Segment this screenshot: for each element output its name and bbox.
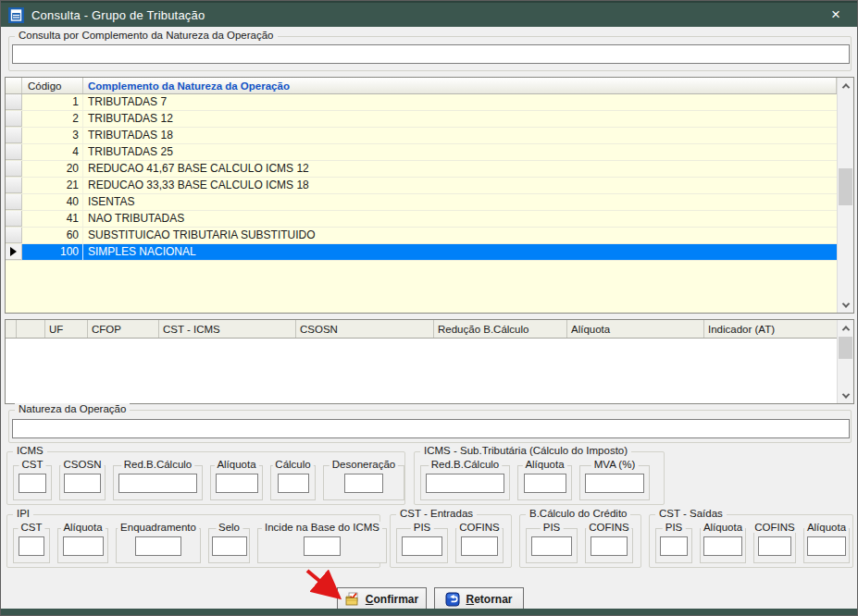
cst-saidas-groupbox: CST - Saídas PIS Alíquota COFINS Alíquot… [649,514,853,568]
icms-st-mva-field: MVA (%) [579,465,650,500]
table-row[interactable]: 4TRIBUTADAS 25 [6,144,837,161]
field-label: Enquadramento [118,522,199,533]
table-row[interactable]: 2TRIBUTADAS 12 [6,111,837,128]
bcalc-credito-cofins-input[interactable] [591,536,628,556]
cst-entradas-pis-input[interactable] [402,536,442,556]
icms-st-groupbox: ICMS - Sub.Tributária (Cálculo do Impost… [414,451,665,505]
complemento-cell: TRIBUTADAS 18 [83,128,837,143]
icms-aliquota-input[interactable] [216,474,258,493]
search-input[interactable] [12,44,850,64]
field-label: PIS [411,522,434,533]
cst-saidas-pis-input[interactable] [660,536,688,556]
dialog-window: Consulta - Grupo de Tributação × Consult… [0,0,858,616]
ipi-enquadramento-input[interactable] [135,536,181,556]
retornar-button[interactable]: Retornar [434,587,524,610]
grid2-header-indicador[interactable]: Indicador (AT) [704,320,837,338]
table-row[interactable]: 100SIMPLES NACIONAL [6,244,837,261]
icms-st-redbcalculo-input[interactable] [426,474,504,493]
ipi-aliquota-input[interactable] [63,536,104,556]
grid2-header-cst-icms[interactable]: CST - ICMS [159,320,296,338]
complemento-cell: ISENTAS [83,194,837,210]
bcalc-credito-pis-field: PIS [526,528,578,563]
grid2-header-reducao[interactable]: Redução B.Cálculo [434,320,567,338]
row-gutter [6,194,22,210]
grid1-scrollbar[interactable] [837,78,853,313]
codigo-cell: 2 [22,111,83,127]
field-label: CSOSN [61,459,105,470]
grid2-empty-body [6,339,837,403]
complemento-cell: TRIBUTADAS 25 [83,144,837,160]
row-gutter [6,228,22,243]
complemento-cell: REDUCAO 33,33 BASE CALCULO ICMS 18 [83,178,837,193]
field-label: Alíquota [214,459,258,470]
grid2-scrollbar[interactable] [837,320,853,403]
table-row[interactable]: 60SUBSTITUICAO TRIBUTARIA SUBSTITUIDO [6,228,837,244]
ipi-selo-field: Selo [208,528,250,563]
tributacao-grid: Código Complemento da Natureza da Operaç… [5,77,854,314]
scroll-up-button[interactable] [838,320,853,336]
grid1-header-complemento[interactable]: Complemento da Natureza da Operação [83,78,837,93]
complemento-cell: TRIBUTADAS 12 [83,111,837,127]
table-row[interactable]: 21REDUCAO 33,33 BASE CALCULO ICMS 18 [6,178,837,194]
bcalc-credito-cofins-field: COFINS [585,528,633,563]
row-gutter [6,128,22,143]
chevron-up-icon [841,83,849,91]
search-group-label: Consulta por Complemento da Natureza da … [15,30,278,41]
table-row[interactable]: 41NAO TRIBUTADAS [6,211,837,228]
row-gutter [6,144,22,160]
grid2-header-uf[interactable]: UF [45,320,88,338]
field-label: Red.B.Cálculo [429,459,503,470]
grid1-header-codigo[interactable]: Código [22,78,83,93]
field-label: Alíquota [804,522,849,533]
complemento-cell: SIMPLES NACIONAL [83,244,837,260]
chevron-up-icon [841,326,849,333]
scroll-up-button[interactable] [838,78,853,93]
scroll-down-button[interactable] [838,297,853,313]
cst-saidas-aliquota-cofins-input[interactable] [807,536,846,556]
icms-csosn-field: CSOSN [59,465,106,500]
codigo-cell: 40 [22,194,83,210]
table-row[interactable]: 40ISENTAS [6,194,837,211]
table-row[interactable]: 1TRIBUTADAS 7 [6,94,837,111]
cst-saidas-pis-field: PIS [655,528,692,563]
ipi-cst-input[interactable] [19,536,44,556]
codigo-cell: 20 [22,161,83,177]
icms-calculo-input[interactable] [278,474,309,493]
scroll-down-button[interactable] [838,388,853,403]
icms-csosn-input[interactable] [64,474,101,493]
row-gutter [6,111,22,127]
icms-st-group-title: ICMS - Sub.Tributária (Cálculo do Impost… [420,445,631,456]
cst-saidas-group-title: CST - Saídas [655,508,727,519]
window-bottom-edge [1,609,857,615]
icms-st-mva-input[interactable] [585,474,644,493]
field-label: Alíquota [60,522,105,533]
ipi-incide-base-icms-input[interactable] [304,536,341,556]
table-row[interactable]: 20REDUCAO 41,67 BASE CALCULO ICMS 12 [6,161,837,178]
icms-st-aliquota-input[interactable] [524,474,566,493]
natureza-input[interactable] [12,419,850,438]
grid2-header-csosn[interactable]: CSOSN [296,320,434,338]
cst-entradas-cofins-input[interactable] [461,536,498,556]
icms-redbcalculo-field: Red.B.Cálculo [113,465,203,500]
row-gutter [6,211,22,227]
icms-cst-input[interactable] [19,474,46,493]
scrollbar-thumb[interactable] [839,337,852,359]
codigo-cell: 4 [22,144,83,160]
confirmar-button[interactable]: Confirmar [337,587,427,610]
grid2-header-aliquota[interactable]: Alíquota [567,320,704,338]
icms-desoneracao-input[interactable] [344,474,383,493]
table-row[interactable]: 3TRIBUTADAS 18 [6,128,837,144]
complemento-cell: REDUCAO 41,67 BASE CALCULO ICMS 12 [83,161,837,177]
grid2-header-cfop[interactable]: CFOP [88,320,159,338]
cst-saidas-cofins-input[interactable] [758,536,791,556]
scrollbar-thumb[interactable] [839,168,852,205]
bcalc-credito-pis-input[interactable] [531,536,572,556]
field-label: Incide na Base do ICMS [262,522,382,533]
ipi-selo-input[interactable] [212,536,247,556]
chevron-down-icon [841,300,849,307]
icms-st-redbcalculo-field: Red.B.Cálculo [420,465,510,500]
row-arrow-icon [10,247,17,256]
icms-redbcalculo-input[interactable] [118,474,197,493]
cst-saidas-aliquota-pis-input[interactable] [703,536,742,556]
close-button[interactable]: × [814,3,857,27]
